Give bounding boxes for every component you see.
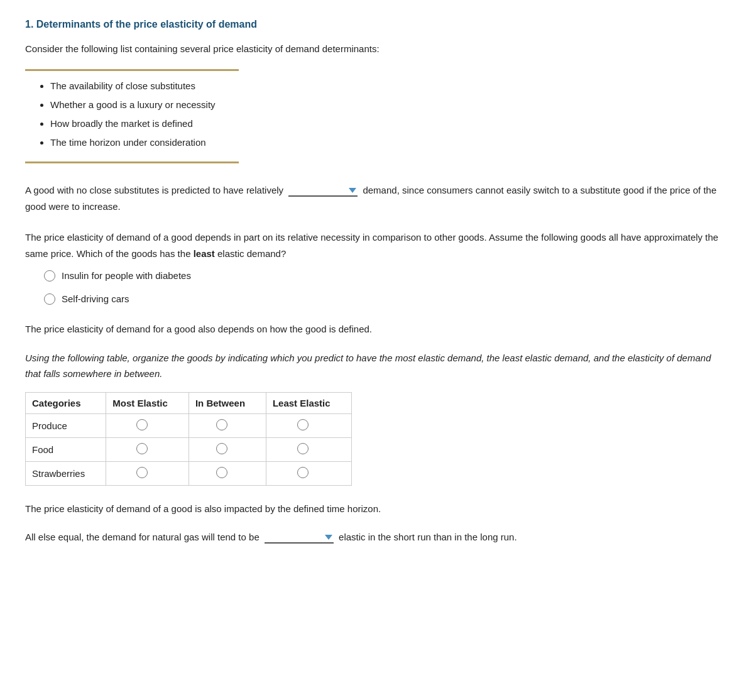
table-radio-2-least-elastic[interactable] xyxy=(297,467,309,478)
dropdown-question-2: All else equal, the demand for natural g… xyxy=(25,529,729,545)
table-header-least-elastic: Least Elastic xyxy=(266,392,351,413)
dropdown-question-1: A good with no close substitutes is pred… xyxy=(25,182,729,214)
table-cell-least-elastic[interactable] xyxy=(266,437,351,461)
bullet-list-box: The availability of close substitutesWhe… xyxy=(25,69,239,163)
radio-input-1[interactable] xyxy=(44,293,55,305)
dropdown2-prefix: All else equal, the demand for natural g… xyxy=(25,532,260,542)
dropdown1-prefix: A good with no close substitutes is pred… xyxy=(25,185,283,195)
table-radio-0-most-elastic[interactable] xyxy=(136,419,148,430)
table-radio-1-in-between[interactable] xyxy=(216,443,227,454)
table-cell-category: Produce xyxy=(26,413,106,437)
question2-bold: least xyxy=(194,248,215,259)
table-cell-most-elastic[interactable] xyxy=(106,461,189,485)
table-cell-in-between[interactable] xyxy=(188,461,266,485)
bullet-item: Whether a good is a luxury or necessity xyxy=(50,97,239,112)
table-row: Food xyxy=(26,437,352,461)
radio-item[interactable]: Insulin for people with diabetes xyxy=(44,269,729,283)
page-title: 1. Determinants of the price elasticity … xyxy=(25,19,729,30)
italic-instruction: Using the following table, organize the … xyxy=(25,350,729,382)
table-radio-0-least-elastic[interactable] xyxy=(297,419,309,430)
dropdown1-container[interactable]: inelasticelasticunit elastic xyxy=(288,185,358,197)
table-cell-in-between[interactable] xyxy=(188,437,266,461)
intro-paragraph: Consider the following list containing s… xyxy=(25,41,729,57)
dropdown2-suffix: elastic in the short run than in the lon… xyxy=(339,532,517,542)
table-radio-2-most-elastic[interactable] xyxy=(136,467,148,478)
table-radio-0-in-between[interactable] xyxy=(216,419,227,430)
table-radio-2-in-between[interactable] xyxy=(216,467,227,478)
bullet-item: How broadly the market is defined xyxy=(50,116,239,131)
table-header-categories: Categories xyxy=(26,392,106,413)
bullet-item: The time horizon under consideration xyxy=(50,135,239,150)
table-cell-category: Strawberries xyxy=(26,461,106,485)
dropdown1-select[interactable]: inelasticelasticunit elastic xyxy=(288,185,351,195)
paragraph4: The price elasticity of demand of a good… xyxy=(25,501,729,517)
radio-label-0: Insulin for people with diabetes xyxy=(62,269,191,283)
table-cell-most-elastic[interactable] xyxy=(106,437,189,461)
question2-prefix: The price elasticity of demand of a good… xyxy=(25,232,718,259)
paragraph3: The price elasticity of demand for a goo… xyxy=(25,321,729,337)
table-cell-least-elastic[interactable] xyxy=(266,461,351,485)
table-header-row: CategoriesMost ElasticIn BetweenLeast El… xyxy=(26,392,352,413)
bullet-item: The availability of close substitutes xyxy=(50,79,239,94)
table-cell-category: Food xyxy=(26,437,106,461)
radio-item[interactable]: Self-driving cars xyxy=(44,292,729,307)
table-cell-least-elastic[interactable] xyxy=(266,413,351,437)
table-row: Produce xyxy=(26,413,352,437)
radio-label-1: Self-driving cars xyxy=(62,292,129,307)
radio-options-group: Insulin for people with diabetesSelf-dri… xyxy=(44,269,729,306)
table-row: Strawberries xyxy=(26,461,352,485)
question2-suffix: elastic demand? xyxy=(217,248,286,259)
dropdown2-container[interactable]: lessmoreequally xyxy=(265,532,334,544)
elasticity-table: CategoriesMost ElasticIn BetweenLeast El… xyxy=(25,392,352,486)
radio-input-0[interactable] xyxy=(44,270,55,282)
table-radio-1-least-elastic[interactable] xyxy=(297,443,309,454)
table-radio-1-most-elastic[interactable] xyxy=(136,443,148,454)
dropdown2-select[interactable]: lessmoreequally xyxy=(265,532,327,542)
table-cell-most-elastic[interactable] xyxy=(106,413,189,437)
determinants-list: The availability of close substitutesWhe… xyxy=(38,79,239,150)
radio-question-block: The price elasticity of demand of a good… xyxy=(25,229,729,306)
table-body: ProduceFoodStrawberries xyxy=(26,413,352,485)
question2-text: The price elasticity of demand of a good… xyxy=(25,229,729,261)
table-header-most-elastic: Most Elastic xyxy=(106,392,189,413)
table-header-in-between: In Between xyxy=(188,392,266,413)
table-cell-in-between[interactable] xyxy=(188,413,266,437)
